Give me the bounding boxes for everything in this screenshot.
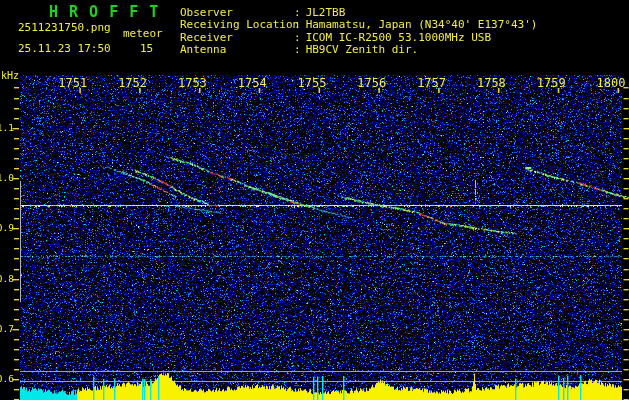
output-filename: 2511231750.png — [18, 21, 111, 34]
time-tick-label: 1755 — [297, 76, 327, 90]
info-value: ICOM IC-R2500 53.1000MHz USB — [306, 31, 491, 44]
info-label: Receiver — [180, 31, 294, 44]
time-tick-label: 1757 — [417, 76, 447, 90]
info-row-observer: Observer:JL2TBB — [180, 6, 345, 18]
info-value: Hamamatsu, Japan (N34°40' E137°43') — [306, 18, 538, 31]
time-tick-label: 1758 — [476, 76, 506, 90]
info-row-antenna: Antenna:HB9CV Zenith dir. — [180, 43, 418, 55]
freq-tick-label: 0.7 — [0, 323, 14, 334]
info-row-receiver: Receiver:ICOM IC-R2500 53.1000MHz USB — [180, 31, 491, 43]
time-tick-label: 1756 — [357, 76, 387, 90]
info-separator: : — [294, 6, 301, 19]
time-tick-label: 1753 — [177, 76, 207, 90]
info-separator: : — [294, 43, 301, 56]
info-label: Receiving Location — [180, 18, 294, 31]
freq-tick-label: 0.8 — [0, 273, 14, 284]
time-tick-label: 1751 — [58, 76, 88, 90]
observation-mode: meteor — [123, 27, 163, 40]
info-label: Observer — [180, 6, 294, 19]
time-tick-label: 1759 — [536, 76, 566, 90]
date-time: 25.11.23 17:50 — [18, 42, 111, 55]
freq-tick-label: 0.6 — [0, 373, 14, 384]
info-separator: : — [294, 18, 301, 31]
info-row-location: Receiving Location:Hamamatsu, Japan (N34… — [180, 18, 537, 30]
spectrogram-canvas — [0, 0, 629, 400]
time-tick-label: 1800 — [596, 76, 626, 90]
hrofft-window: H R O F F T 2511231750.png meteor 25.11.… — [0, 0, 629, 400]
freq-tick-label: 0.9 — [0, 222, 14, 233]
info-value: JL2TBB — [306, 6, 346, 19]
time-tick-label: 1752 — [118, 76, 148, 90]
info-separator: : — [294, 31, 301, 44]
freq-axis-unit: kHz — [1, 70, 19, 81]
echo-count: 15 — [140, 42, 153, 55]
time-tick-label: 1754 — [237, 76, 267, 90]
app-title: H R O F F T — [49, 3, 159, 21]
info-value: HB9CV Zenith dir. — [306, 43, 419, 56]
info-label: Antenna — [180, 43, 294, 56]
freq-tick-label: 1.0 — [0, 172, 14, 183]
freq-tick-label: 1.1 — [0, 122, 14, 133]
